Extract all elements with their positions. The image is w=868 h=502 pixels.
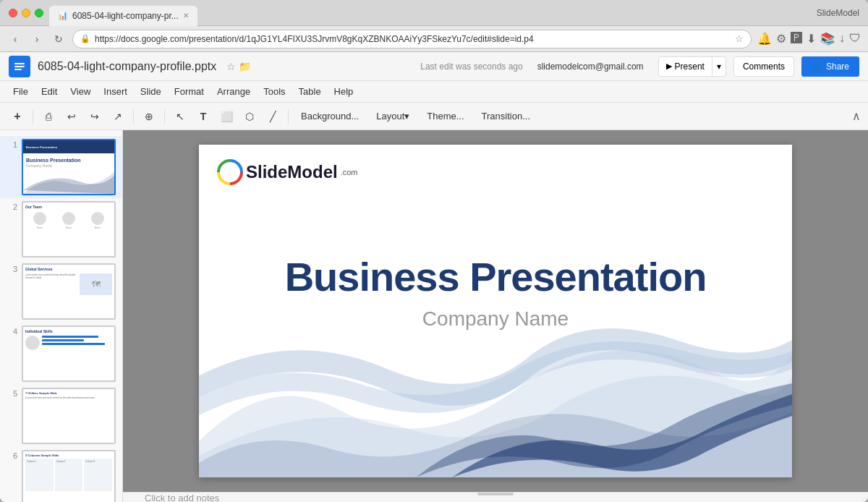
slide-item-3[interactable]: 3 Global Services Lorem ipsum text conte… bbox=[0, 260, 122, 323]
menu-arrange[interactable]: Arrange bbox=[211, 84, 256, 99]
layout-button[interactable]: Layout▾ bbox=[369, 106, 417, 127]
star-doc-icon[interactable]: ☆ bbox=[226, 61, 236, 72]
svg-rect-1 bbox=[14, 63, 25, 64]
toolbar-sep-3 bbox=[164, 109, 165, 124]
slide-thumb-6: 3 Columns Sample Slide Column 1 Column 2… bbox=[22, 450, 116, 502]
back-button[interactable]: ‹ bbox=[7, 31, 23, 47]
shapes-tool[interactable]: ⬡ bbox=[239, 106, 260, 127]
traffic-lights bbox=[9, 9, 43, 17]
slide-logo: SlideModel.com bbox=[217, 159, 358, 185]
slide-canvas[interactable]: SlideModel.com Business Presentation Com… bbox=[199, 145, 792, 477]
slide-item-4[interactable]: 4 Individual Skills bbox=[0, 323, 122, 385]
pocket-icon[interactable]: 🅿 bbox=[791, 32, 802, 46]
menu-format[interactable]: Format bbox=[169, 84, 210, 99]
notes-area: Click to add notes bbox=[123, 492, 868, 502]
tab-favicon: 📊 bbox=[58, 11, 68, 20]
collapse-toolbar-icon[interactable]: ∧ bbox=[852, 109, 861, 123]
extensions-icon[interactable]: 🔔 bbox=[757, 32, 772, 46]
slide-main-title: Business Presentation bbox=[199, 253, 792, 300]
google-slides-logo bbox=[9, 56, 30, 77]
menu-file[interactable]: File bbox=[7, 84, 34, 99]
image-tool[interactable]: ⬜ bbox=[216, 106, 237, 127]
background-label: Background... bbox=[301, 111, 359, 122]
arrow-icon[interactable]: ↓ bbox=[839, 32, 845, 46]
print-button[interactable]: ⎙ bbox=[38, 106, 59, 127]
menu-table[interactable]: Table bbox=[293, 84, 327, 99]
paint-format-button[interactable]: ↗ bbox=[108, 106, 128, 127]
present-main[interactable]: ▶ Present bbox=[659, 57, 712, 76]
slide-number-2: 2 bbox=[6, 201, 17, 211]
slide-item-5[interactable]: 5 7 Utilities Sample Slide Content text … bbox=[0, 385, 122, 447]
browser-tab[interactable]: 📊 6085-04-light-company-pr... ✕ bbox=[49, 6, 197, 26]
slide-item-1[interactable]: 1 Business Presentation Business Present… bbox=[0, 136, 122, 198]
browser-toolbar-icons: 🔔 ⚙ 🅿 ⬇ 📚 ↓ 🛡 bbox=[757, 32, 861, 46]
person-icon: 👤 bbox=[812, 61, 822, 72]
zoom-button[interactable]: ⊕ bbox=[139, 106, 159, 127]
undo-button[interactable]: ↩ bbox=[61, 106, 82, 127]
menu-view[interactable]: View bbox=[64, 84, 96, 99]
background-button[interactable]: Background... bbox=[294, 106, 366, 127]
slide-thumb-2: Our Team Name Name Name bbox=[22, 201, 116, 258]
bookmark-icon[interactable]: ☆ bbox=[735, 33, 744, 44]
notes-drag-handle[interactable] bbox=[477, 493, 514, 495]
address-bar-row: ‹ › ↻ 🔒 https://docs.google.com/presenta… bbox=[0, 26, 868, 52]
menu-slide[interactable]: Slide bbox=[135, 84, 167, 99]
zoom-in-button[interactable]: + bbox=[7, 106, 27, 127]
slide-number-3: 3 bbox=[6, 263, 17, 273]
notes-placeholder[interactable]: Click to add notes bbox=[145, 493, 219, 502]
wave-decoration bbox=[199, 311, 792, 477]
shield-icon[interactable]: 🛡 bbox=[849, 32, 861, 46]
redo-button[interactable]: ↪ bbox=[85, 106, 105, 127]
canvas-area: SlideModel.com Business Presentation Com… bbox=[123, 130, 868, 502]
user-account[interactable]: slidemodelcom@gmail.com bbox=[537, 61, 644, 72]
menu-icon[interactable]: ⚙ bbox=[776, 32, 786, 46]
cursor-tool[interactable]: ↖ bbox=[170, 106, 190, 127]
download-icon[interactable]: ⬇ bbox=[807, 32, 816, 46]
slide-item-2[interactable]: 2 Our Team Name Name Name bbox=[0, 198, 122, 260]
menu-bar: File Edit View Insert Slide Format Arran… bbox=[0, 81, 868, 103]
workspace: 1 Business Presentation Business Present… bbox=[0, 130, 868, 502]
url-text: https://docs.google.com/presentation/d/1… bbox=[95, 34, 731, 44]
doc-icons: ☆ 📁 bbox=[226, 61, 251, 72]
share-label: Share bbox=[826, 61, 849, 72]
slide-number-1: 1 bbox=[6, 139, 17, 149]
forward-button[interactable]: › bbox=[29, 31, 45, 47]
slide-number-6: 6 bbox=[6, 450, 17, 460]
menu-tools[interactable]: Tools bbox=[258, 84, 291, 99]
present-button[interactable]: ▶ Present ▾ bbox=[658, 56, 726, 77]
comments-button[interactable]: Comments bbox=[733, 56, 794, 77]
address-bar[interactable]: 🔒 https://docs.google.com/presentation/d… bbox=[72, 30, 752, 48]
refresh-button[interactable]: ↻ bbox=[51, 31, 67, 47]
share-button[interactable]: 👤 Share bbox=[801, 56, 859, 77]
browser-window: 📊 6085-04-light-company-pr... ✕ SlideMod… bbox=[0, 0, 868, 502]
last-edit-text: Last edit was seconds ago bbox=[420, 61, 522, 72]
theme-button[interactable]: Theme... bbox=[420, 106, 471, 127]
svg-rect-2 bbox=[14, 66, 25, 67]
bookmark-list-icon[interactable]: 📚 bbox=[820, 32, 835, 46]
text-tool[interactable]: T bbox=[193, 106, 213, 127]
slide-thumb-5: 7 Utilities Sample Slide Content text he… bbox=[22, 388, 116, 444]
toolbar-sep-1 bbox=[33, 109, 33, 124]
close-button[interactable] bbox=[9, 9, 17, 17]
menu-help[interactable]: Help bbox=[328, 84, 359, 99]
transition-button[interactable]: Transition... bbox=[475, 106, 537, 127]
slide-thumb-4: Individual Skills bbox=[22, 326, 116, 382]
menu-edit[interactable]: Edit bbox=[35, 84, 63, 99]
menu-insert[interactable]: Insert bbox=[98, 84, 133, 99]
doc-title: 6085-04-light-company-profile.pptx bbox=[38, 60, 216, 73]
folder-icon[interactable]: 📁 bbox=[239, 61, 251, 72]
present-label: Present bbox=[675, 61, 705, 72]
maximize-button[interactable] bbox=[35, 9, 43, 17]
slide-number-4: 4 bbox=[6, 326, 17, 336]
toolbar: + ⎙ ↩ ↪ ↗ ⊕ ↖ T ⬜ ⬡ ╱ Background... Layo… bbox=[0, 103, 868, 130]
slide-item-6[interactable]: 6 3 Columns Sample Slide Column 1 Column… bbox=[0, 447, 122, 502]
title-bar: 📊 6085-04-light-company-pr... ✕ SlideMod… bbox=[0, 0, 868, 26]
tab-close-icon[interactable]: ✕ bbox=[183, 12, 189, 20]
toolbar-sep-2 bbox=[133, 109, 134, 124]
logo-com: .com bbox=[341, 168, 358, 176]
minimize-button[interactable] bbox=[22, 9, 30, 17]
present-dropdown[interactable]: ▾ bbox=[712, 57, 726, 76]
app-topbar: 6085-04-light-company-profile.pptx ☆ 📁 L… bbox=[0, 52, 868, 81]
line-tool[interactable]: ╱ bbox=[263, 106, 283, 127]
app-name: SlideModel bbox=[817, 8, 859, 18]
